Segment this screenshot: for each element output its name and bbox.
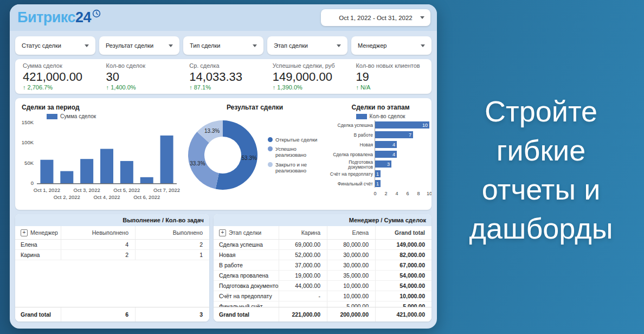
row-value: 44,000.00 <box>279 281 327 291</box>
kpi-delta: ↑ 1,400.0% <box>106 84 182 91</box>
filter-dropdown-5[interactable]: Менеджер <box>351 36 432 55</box>
kpi-value: 149,000.00 <box>273 70 349 84</box>
column-header: Выполнено <box>135 226 209 239</box>
column-header: +Менеджер <box>15 229 61 236</box>
svg-text:0: 0 <box>373 191 376 196</box>
kpi-card-1: Сумма сделок421,000.00↑ 2,706.7% <box>15 62 99 91</box>
legend-label: Сумма сделок <box>60 113 96 119</box>
stage-bar-chart[interactable]: Сделки по этапам Кол-во сделок Сделка ус… <box>330 101 432 210</box>
grand-total-value: 6 <box>61 307 135 322</box>
svg-text:Oct 2, 2022: Oct 2, 2022 <box>54 194 80 200</box>
filter-dropdown-4[interactable]: Этап сделки <box>267 36 347 55</box>
kpi-label: Кол-во сделок <box>106 62 182 69</box>
deals-table-header: +Этап сделкиКаринаЕленаGrand total <box>214 226 432 240</box>
row-value: 52,000.00 <box>279 250 327 260</box>
column-header: Grand total <box>375 226 432 239</box>
date-range-selector[interactable]: Oct 1, 2022 - Oct 31, 2022 <box>321 9 430 26</box>
kpi-card-2: Кол-во сделок30↑ 1,400.0% <box>99 62 182 91</box>
table-row: Сделка провалена19,000.0035,000.0054,000… <box>214 271 432 281</box>
svg-text:В работе: В работе <box>354 132 373 138</box>
kpi-value: 19 <box>356 70 432 84</box>
svg-text:Oct 3, 2022: Oct 3, 2022 <box>74 187 100 193</box>
svg-text:Сделка провалена: Сделка провалена <box>333 152 373 157</box>
row-value: 4 <box>61 240 135 249</box>
kpi-card-5: Кол-во новых клиентов19↑ N/A <box>348 62 432 91</box>
row-value: 82,000.00 <box>375 250 432 260</box>
table-row: Сделка успешна69,000.0080,000.00149,000.… <box>214 240 432 250</box>
tasks-table: Выполнение / Кол-во задач +МенеджерНевып… <box>15 214 209 322</box>
legend-swatch-icon <box>356 114 367 119</box>
svg-text:Новая: Новая <box>359 142 373 147</box>
logo-text-primary: Битрикс <box>17 10 75 25</box>
row-value: 30,000.00 <box>327 260 375 270</box>
deals-table-body: Сделка успешна69,000.0080,000.00149,000.… <box>214 240 432 312</box>
table-row: Новая52,000.0030,000.0082,000.00 <box>214 250 432 260</box>
row-label: Карина <box>15 252 61 258</box>
row-value: - <box>279 291 327 301</box>
row-value: 35,000.00 <box>327 271 375 280</box>
filter-dropdown-3[interactable]: Тип сделки <box>183 36 263 55</box>
filter-label: Менеджер <box>358 42 387 49</box>
svg-text:10: 10 <box>427 191 432 196</box>
bitrix24-logo: Битрикс24 <box>17 10 101 25</box>
kpi-delta: ↑ 87.1% <box>189 84 265 91</box>
grand-total-value: 421,000.00 <box>375 307 432 322</box>
row-label: В работе <box>214 262 279 268</box>
svg-text:13.3%: 13.3% <box>204 128 220 134</box>
filter-bar: Статус сделкиРезультат сделкиТип сделкиЭ… <box>10 31 437 55</box>
deals-table-title: Менеджер / Сумма сделок <box>214 214 432 226</box>
column-header: +Этап сделки <box>214 229 279 236</box>
kpi-label: Кол-во новых клиентов <box>356 62 432 69</box>
filter-dropdown-2[interactable]: Результат сделки <box>99 36 179 55</box>
row-value: 69,000.00 <box>279 240 327 249</box>
deals-table: Менеджер / Сумма сделок +Этап сделкиКари… <box>214 214 432 322</box>
svg-text:6: 6 <box>406 191 409 196</box>
chevron-down-icon <box>420 16 424 19</box>
kpi-delta: ↑ 1,390.0% <box>273 84 349 91</box>
expand-icon[interactable]: + <box>219 229 226 236</box>
promo-line: гибкие <box>497 131 586 170</box>
svg-text:Сделка успешна: Сделка успешна <box>338 123 373 128</box>
tasks-table-grand-total: Grand total63 <box>15 307 209 322</box>
tables-panel: Выполнение / Кол-во задач +МенеджерНевып… <box>15 214 432 322</box>
logo-text-secondary: 24 <box>75 10 91 25</box>
kpi-delta: ↑ 2,706.7% <box>23 84 99 91</box>
tasks-table-body: Елена42Карина21 <box>15 240 209 260</box>
column-header-label: Менеджер <box>30 229 58 236</box>
kpi-label: Сумма сделок <box>23 62 99 69</box>
row-label: Счёт на предоплату <box>214 293 279 299</box>
svg-text:33.3%: 33.3% <box>190 160 205 166</box>
expand-icon[interactable]: + <box>21 229 28 236</box>
table-row: Елена42 <box>15 240 209 250</box>
bar-chart[interactable]: Сделки за период Сумма сделок 050K100K15… <box>15 101 180 210</box>
filter-dropdown-1[interactable]: Статус сделки <box>15 36 95 55</box>
donut-legend-item: Успешно реализовано <box>268 146 318 158</box>
grand-total-value: 3 <box>135 307 209 322</box>
date-range-value: Oct 1, 2022 - Oct 31, 2022 <box>339 15 413 21</box>
kpi-value: 30 <box>106 70 182 84</box>
kpi-label: Успешные сделки, руб <box>273 62 349 69</box>
svg-text:1: 1 <box>376 181 379 187</box>
row-value: 2 <box>61 250 135 260</box>
donut-legend-item: Открытые сделки <box>268 137 318 143</box>
svg-text:Счёт на предоплату: Счёт на предоплату <box>330 171 373 177</box>
bar-chart-legend: Сумма сделок <box>47 113 180 119</box>
svg-text:Oct 6, 2022: Oct 6, 2022 <box>133 194 160 200</box>
filter-label: Этап сделки <box>274 42 308 49</box>
svg-text:10: 10 <box>422 123 428 128</box>
column-header-label: Этап сделки <box>229 229 261 236</box>
bar-chart-plot: 050K100K150KOct 1, 2022Oct 2, 2022Oct 3,… <box>15 119 180 203</box>
charts-panel: Сделки за период Сумма сделок 050K100K15… <box>15 98 432 210</box>
row-value: 10,000.00 <box>375 291 432 301</box>
legend-label: Открытые сделки <box>275 137 317 143</box>
deals-table-grand-total: Grand total221,000.00200,000.00421,000.0… <box>214 307 432 322</box>
donut-chart-title: Результат сделки <box>180 104 330 111</box>
kpi-value: 14,033.33 <box>189 70 265 84</box>
donut-chart[interactable]: Результат сделки 53.3%33.3%13.3% Открыты… <box>180 101 330 210</box>
svg-text:4: 4 <box>392 142 395 147</box>
tasks-table-title: Выполнение / Кол-во задач <box>15 214 209 226</box>
table-row: Счёт на предоплату-10,000.0010,000.00 <box>214 291 432 301</box>
row-value: 149,000.00 <box>375 240 432 249</box>
row-value: 10,000.00 <box>327 281 375 291</box>
chevron-down-icon <box>85 44 89 47</box>
